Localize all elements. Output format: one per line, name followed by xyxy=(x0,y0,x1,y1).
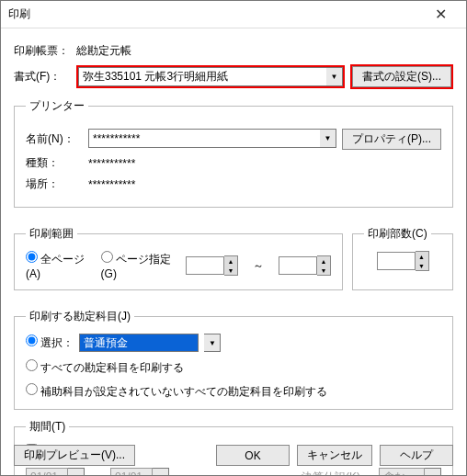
chevron-down-icon: ▼ xyxy=(425,468,441,476)
page-from-spinner[interactable]: ▲▼ xyxy=(186,255,238,276)
select-radio-label[interactable]: 選択： xyxy=(26,334,74,351)
chevron-down-icon[interactable]: ▼ xyxy=(326,67,343,86)
print-preview-button[interactable]: 印刷プレビュー(V)... xyxy=(14,445,135,466)
all-accounts-radio-label[interactable]: すべての勘定科目を印刷する xyxy=(26,361,184,374)
printer-location-label: 場所： xyxy=(26,176,88,192)
copies-group: 印刷部数(C) ▲▼ xyxy=(352,226,453,290)
accounts-group: 印刷する勘定科目(J) 選択： 普通預金▼ すべての勘定科目を印刷する 補助科目… xyxy=(14,309,453,410)
period-legend: 期間(T) xyxy=(26,419,69,435)
format-combo[interactable] xyxy=(78,67,326,86)
help-button[interactable]: ヘルプ xyxy=(380,445,453,466)
printer-name-combo[interactable] xyxy=(88,129,320,148)
close-icon[interactable]: ✕ xyxy=(422,6,459,23)
all-pages-radio-label[interactable]: 全ページ(A) xyxy=(26,251,86,280)
titlebar: 印刷 ✕ xyxy=(1,1,466,28)
page-spec-radio[interactable] xyxy=(101,251,113,263)
form-label: 印刷帳票： xyxy=(14,43,76,59)
accounts-legend: 印刷する勘定科目(J) xyxy=(26,309,134,324)
chevron-down-icon: ▼ xyxy=(68,468,85,476)
format-label: 書式(F)： xyxy=(14,69,76,85)
no-aux-radio[interactable] xyxy=(26,383,38,395)
printer-legend: プリンター xyxy=(26,98,88,114)
copies-legend: 印刷部数(C) xyxy=(364,226,431,242)
window-title: 印刷 xyxy=(8,6,422,22)
printer-group: プリンター 名前(N)： ▼ プロパティ(P)... 種類： *********… xyxy=(14,98,453,208)
print-range-group: 印刷範囲 全ページ(A) ページ指定(G) ▲▼ ～ ▲▼ xyxy=(14,226,343,290)
period-from: 01/01 xyxy=(26,468,68,476)
printer-properties-button[interactable]: プロパティ(P)... xyxy=(342,129,441,150)
closing-combo: 含む xyxy=(379,468,425,476)
format-settings-button[interactable]: 書式の設定(S)... xyxy=(352,66,451,87)
down-arrow-icon[interactable]: ▼ xyxy=(224,266,237,275)
select-radio[interactable] xyxy=(26,334,38,346)
printer-type-value: *********** xyxy=(88,157,135,170)
closing-label: 決算仕訳(K)： xyxy=(302,470,371,476)
up-arrow-icon[interactable]: ▲ xyxy=(224,256,237,266)
printer-type-label: 種類： xyxy=(26,155,88,171)
down-arrow-icon[interactable]: ▼ xyxy=(416,261,428,270)
page-to-spinner[interactable]: ▲▼ xyxy=(279,255,331,276)
all-accounts-radio[interactable] xyxy=(26,359,38,371)
down-arrow-icon[interactable]: ▼ xyxy=(317,266,330,275)
up-arrow-icon[interactable]: ▲ xyxy=(416,252,428,261)
no-aux-radio-label[interactable]: 補助科目が設定されていないすべての勘定科目を印刷する xyxy=(26,385,327,398)
copies-spinner[interactable]: ▲▼ xyxy=(377,251,429,271)
page-spec-radio-label[interactable]: ページ指定(G) xyxy=(101,251,171,280)
chevron-down-icon[interactable]: ▼ xyxy=(320,129,336,148)
printer-name-label: 名前(N)： xyxy=(26,131,88,147)
up-arrow-icon[interactable]: ▲ xyxy=(317,256,330,266)
chevron-down-icon[interactable]: ▼ xyxy=(204,334,221,352)
chevron-down-icon: ▼ xyxy=(153,468,169,476)
form-value: 総勘定元帳 xyxy=(76,43,131,59)
ok-button[interactable]: OK xyxy=(216,445,290,466)
printer-location-value: *********** xyxy=(88,178,135,191)
period-to: 01/01 xyxy=(110,468,153,476)
print-range-legend: 印刷範囲 xyxy=(26,226,77,242)
all-pages-radio[interactable] xyxy=(26,251,38,263)
account-select[interactable]: 普通預金 xyxy=(79,334,199,352)
cancel-button[interactable]: キャンセル xyxy=(297,445,372,466)
